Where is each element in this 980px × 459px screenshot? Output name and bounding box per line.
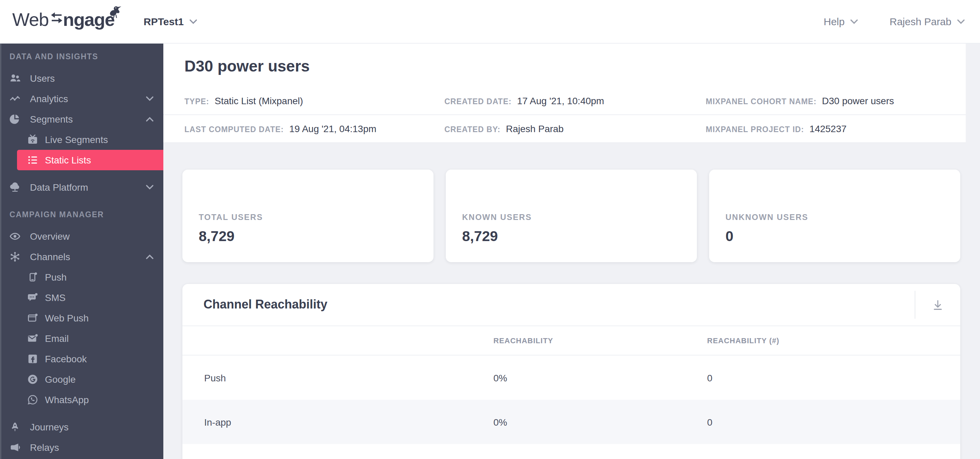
push-channel-icon <box>27 272 38 283</box>
meta-value: 17 Aug '21, 10:40pm <box>517 95 604 106</box>
sidebar-item-segments[interactable]: Segments <box>0 109 163 129</box>
meta-value: Static List (Mixpanel) <box>215 95 303 106</box>
sidebar-item-google[interactable]: Google <box>0 369 163 389</box>
sidebar-item-static-lists[interactable]: Static Lists <box>17 150 163 170</box>
meta-created-date: CREATED DATE: 17 Aug '21, 10:40pm <box>444 95 604 106</box>
sidebar-item-label: SMS <box>45 292 66 303</box>
chevron-down-icon <box>957 19 965 24</box>
meta-label: CREATED BY: <box>444 125 501 133</box>
sidebar-item-label: Google <box>45 374 76 385</box>
sidebar-item-label: Journeys <box>30 422 69 432</box>
sidebar-item-facebook[interactable]: Facebook <box>0 349 163 369</box>
help-label: Help <box>824 16 845 27</box>
cell-count: 0 <box>707 372 960 383</box>
sidebar-item-relays[interactable]: Relays <box>0 437 163 457</box>
sidebar-item-users[interactable]: Users <box>0 68 163 89</box>
meta-type: TYPE: Static List (Mixpanel) <box>185 95 303 106</box>
email-channel-icon <box>27 333 38 344</box>
help-menu[interactable]: Help <box>824 16 859 27</box>
sidebar-item-web-push[interactable]: Web Push <box>0 308 163 328</box>
stat-card-known-users: KNOWN USERS 8,729 <box>446 170 697 262</box>
meta-label: LAST COMPUTED DATE: <box>185 125 284 133</box>
download-icon <box>932 299 944 311</box>
sidebar-item-label: Push <box>45 272 67 283</box>
meta-project-id: MIXPANEL PROJECT ID: 1425237 <box>706 123 846 134</box>
meta-label: CREATED DATE: <box>444 97 511 105</box>
logo-arrows-icon <box>51 11 62 28</box>
sidebar-item-label: Data Platform <box>30 182 88 193</box>
sidebar-item-label: Segments <box>30 114 73 124</box>
sidebar-item-overview[interactable]: Overview <box>0 226 163 247</box>
stat-value: 8,729 <box>462 228 697 244</box>
sidebar-item-journeys[interactable]: Journeys <box>0 417 163 437</box>
download-button[interactable] <box>915 291 960 319</box>
project-name: RPTest1 <box>143 16 184 27</box>
sidebar-item-label: Live Segments <box>45 134 108 145</box>
sidebar-item-push[interactable]: Push <box>0 267 163 287</box>
sidebar-item-label: Overview <box>30 231 70 242</box>
stat-cards: TOTAL USERS 8,729 KNOWN USERS 8,729 UNKN… <box>182 170 960 262</box>
meta-label: TYPE: <box>185 97 209 105</box>
segments-icon <box>10 114 21 124</box>
stat-label: UNKNOWN USERS <box>725 212 960 222</box>
eye-icon <box>10 231 21 242</box>
stat-value: 8,729 <box>199 228 434 244</box>
webengage-dashboard: Web ngage <box>0 0 980 459</box>
column-header-reachability: REACHABILITY <box>493 336 707 344</box>
stat-card-unknown-users: UNKNOWN USERS 0 <box>709 170 960 262</box>
user-menu[interactable]: Rajesh Parab <box>889 16 965 27</box>
meta-cohort-name: MIXPANEL COHORT NAME: D30 power users <box>706 95 894 106</box>
cell-channel: In-app <box>182 416 493 427</box>
facebook-icon <box>27 354 38 364</box>
sidebar-item-whatsapp[interactable]: WhatsApp <box>0 389 163 410</box>
chevron-down-icon <box>146 96 154 102</box>
sidebar-section-data-insights: DATA AND INSIGHTS <box>0 48 163 65</box>
rocket-icon <box>10 422 21 432</box>
cell-count: 0 <box>707 416 960 427</box>
stat-card-total-users: TOTAL USERS 8,729 <box>182 170 434 262</box>
webengage-logo[interactable]: Web ngage <box>12 10 115 30</box>
users-icon <box>10 73 21 84</box>
meta-row-1: TYPE: Static List (Mixpanel) CREATED DAT… <box>163 86 966 115</box>
live-segments-icon <box>27 134 38 145</box>
megaphone-icon <box>10 442 21 453</box>
table-row-push: Push 0% 0 <box>182 355 960 400</box>
sidebar-item-analytics[interactable]: Analytics <box>0 89 163 109</box>
project-switcher[interactable]: RPTest1 <box>143 0 197 43</box>
meta-created-by: CREATED BY: Rajesh Parab <box>444 123 563 134</box>
sms-channel-icon <box>27 292 38 303</box>
meta-value: Rajesh Parab <box>506 123 564 134</box>
sidebar-item-label: Analytics <box>30 93 68 104</box>
static-lists-icon <box>27 155 38 166</box>
meta-last-computed: LAST COMPUTED DATE: 19 Aug '21, 04:13pm <box>185 123 376 134</box>
channels-icon <box>10 251 21 262</box>
chevron-up-icon <box>146 116 154 122</box>
google-icon <box>27 374 38 385</box>
data-platform-icon <box>10 182 21 193</box>
channel-reachability-card: Channel Reachability REACHABILITY REACHA… <box>182 284 960 459</box>
sidebar-item-live-segments[interactable]: Live Segments <box>0 129 163 150</box>
reachability-title: Channel Reachability <box>204 298 327 312</box>
logo-text-web: Web <box>12 10 49 30</box>
cell-reachability: 0% <box>493 372 707 383</box>
sidebar-item-label: Relays <box>30 442 59 453</box>
stat-value: 0 <box>725 228 960 244</box>
sidebar-item-label: Static Lists <box>45 155 91 166</box>
chevron-down-icon <box>146 185 154 190</box>
sidebar-item-data-platform[interactable]: Data Platform <box>0 177 163 198</box>
web-push-channel-icon <box>27 312 38 324</box>
user-name: Rajesh Parab <box>889 16 951 27</box>
meta-label: MIXPANEL PROJECT ID: <box>706 125 804 133</box>
meta-row-2: LAST COMPUTED DATE: 19 Aug '21, 04:13pm … <box>163 115 966 143</box>
sidebar-nav: DATA AND INSIGHTS Users Analytics <box>0 43 163 459</box>
sidebar-item-sms[interactable]: SMS <box>0 287 163 308</box>
meta-value: 19 Aug '21, 04:13pm <box>289 123 376 134</box>
chevron-up-icon <box>146 254 154 260</box>
sidebar-item-label: Channels <box>30 251 70 262</box>
chevron-down-icon <box>189 19 197 24</box>
sidebar-item-label: Users <box>30 73 55 84</box>
sidebar-item-channels[interactable]: Channels <box>0 247 163 267</box>
table-row-in-app: In-app 0% 0 <box>182 400 960 444</box>
sidebar-item-email[interactable]: Email <box>0 328 163 349</box>
sidebar-section-campaign-manager: CAMPAIGN MANAGER <box>0 206 163 223</box>
